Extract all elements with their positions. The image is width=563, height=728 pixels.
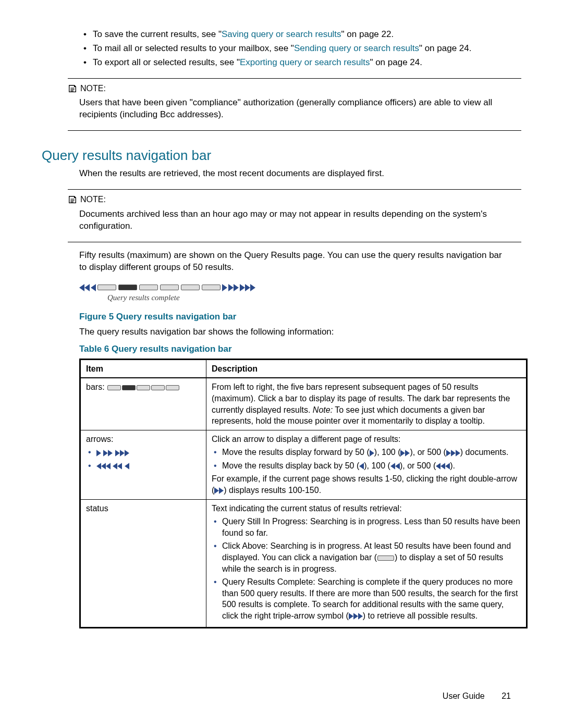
- nav-page-bar: [202, 285, 221, 290]
- arrow-back-100-icon: [79, 284, 90, 291]
- text: ) to retrieve all possible results.: [363, 611, 478, 620]
- nav-page-bar: [181, 285, 200, 290]
- nav-page-bar: [160, 285, 179, 290]
- nav-page-bar: [166, 385, 179, 390]
- arrow-fwd-100-icon: [103, 450, 113, 456]
- list-item: Query Still In Progress: Searching is in…: [222, 516, 521, 538]
- text: ), or 500 (: [410, 448, 446, 456]
- arrow-fwd-50-icon: [96, 450, 101, 456]
- rule: [68, 130, 521, 131]
- arrow-set-forward: [96, 447, 201, 458]
- text: ), 100 (: [364, 461, 390, 470]
- arrow-back-50-icon: [91, 284, 96, 291]
- nav-page-bar: [137, 385, 150, 390]
- figure-followup: The query results navigation bar shows t…: [79, 326, 521, 338]
- text: To mail all or selected results to your …: [93, 43, 294, 53]
- arrow-fwd-500-icon: [349, 613, 363, 620]
- page-number: 21: [501, 692, 511, 700]
- rule: [68, 78, 521, 79]
- list-item: Click Above: Searching is in progress. A…: [222, 540, 521, 574]
- nav-page-bar: [139, 285, 158, 290]
- note-icon: [68, 84, 77, 93]
- page-footer: User Guide 21: [443, 690, 511, 702]
- note-label: NOTE:: [68, 194, 521, 205]
- nav-page-bar: [377, 556, 394, 561]
- arrow-back-50-icon: [359, 463, 364, 470]
- text: " on page 24.: [370, 57, 422, 67]
- note-body: Users that have been given "compliance" …: [79, 97, 511, 121]
- cell-item-bars: bars:: [80, 378, 206, 430]
- bullet-item: To export all or selected results, see "…: [93, 57, 521, 69]
- table-row: bars: From left to right, the five bars …: [80, 378, 527, 430]
- rule: [68, 242, 521, 242]
- arrow-fwd-50-icon: [370, 450, 374, 456]
- link-exporting-results[interactable]: Exporting query or search results: [240, 57, 370, 67]
- bullet-item: To save the current results, see "Saving…: [93, 29, 521, 41]
- arrow-fwd-100-icon: [228, 284, 239, 291]
- text: To export all or selected results, see ": [93, 57, 240, 67]
- label: arrows:: [86, 434, 201, 445]
- section-heading: Query results navigation bar: [42, 146, 521, 165]
- text: " on page 24.: [419, 43, 472, 53]
- nav-page-bar: [151, 385, 165, 390]
- note-body: Documents archived less than an hour ago…: [79, 208, 511, 232]
- nav-bar-row: [79, 284, 521, 291]
- th-item: Item: [80, 359, 206, 378]
- arrow-back-500-icon: [436, 463, 450, 470]
- arrow-fwd-100-icon: [400, 450, 410, 456]
- list-item: Move the results display forward by 50 (…: [222, 447, 521, 458]
- nav-bar-table: Item Description bars: From left to righ…: [79, 359, 528, 628]
- arrow-back-100-icon: [390, 463, 400, 470]
- text: ), or 500 (: [400, 461, 436, 470]
- table-caption: Table 6 Query results navigation bar: [79, 343, 521, 355]
- list-item: Query Results Complete: Searching is com…: [222, 576, 521, 621]
- label: bars:: [86, 382, 105, 391]
- text: Move the results display forward by 50 (: [222, 448, 370, 456]
- example-text: For example, if the current page shows r…: [212, 473, 521, 496]
- text: ) documents.: [460, 448, 508, 456]
- th-description: Description: [206, 359, 527, 378]
- nav-page-bar-current: [118, 285, 137, 290]
- bullet-item: To mail all or selected results to your …: [93, 43, 521, 55]
- text: ) displays results 100-150.: [224, 486, 321, 495]
- link-sending-results[interactable]: Sending query or search results: [294, 43, 419, 53]
- text: Move the results display back by 50 (: [222, 461, 359, 470]
- note-inline: Note:: [313, 405, 333, 414]
- arrow-set-back: [96, 460, 201, 472]
- table-row: status Text indicating the current statu…: [80, 499, 527, 627]
- arrow-back-50-icon: [125, 463, 129, 470]
- nav-page-bar-current: [122, 385, 136, 390]
- text: ).: [450, 461, 455, 470]
- text: " on page 22.: [341, 29, 394, 39]
- nav-status-text: Query results complete: [107, 292, 521, 303]
- text: ), 100 (: [374, 448, 401, 456]
- note-text-label: NOTE:: [80, 83, 106, 94]
- note-label: NOTE:: [68, 83, 521, 94]
- list-item: Move the results display back by 50 (), …: [222, 460, 521, 472]
- arrow-fwd-50-icon: [222, 284, 227, 291]
- text: Text indicating the current status of re…: [212, 503, 521, 514]
- arrow-back-100-icon: [113, 463, 122, 470]
- rule: [68, 189, 521, 190]
- page: To save the current results, see "Saving…: [0, 0, 563, 728]
- arrow-fwd-500-icon: [446, 450, 460, 456]
- table-header-row: Item Description: [80, 359, 527, 378]
- table-row: arrows: Click an arrow to display a di: [80, 430, 527, 499]
- cell-desc-status: Text indicating the current status of re…: [206, 499, 527, 627]
- arrow-fwd-500-icon: [240, 284, 255, 291]
- link-saving-results[interactable]: Saving query or search results: [222, 29, 341, 39]
- arrow-fwd-500-icon: [115, 450, 129, 456]
- figure-caption: Figure 5 Query results navigation bar: [79, 311, 521, 323]
- cell-desc-arrows: Click an arrow to display a different pa…: [206, 430, 527, 499]
- nav-page-bar: [107, 385, 121, 390]
- footer-label: User Guide: [443, 692, 485, 700]
- paragraph: Fifty results (maximum) are shown on the…: [79, 250, 511, 274]
- cell-desc-bars: From left to right, the five bars repres…: [206, 378, 527, 430]
- nav-page-bar: [97, 285, 116, 290]
- cell-item-status: status: [80, 499, 206, 627]
- cell-item-arrows: arrows:: [80, 430, 206, 499]
- note-text-label: NOTE:: [80, 194, 106, 205]
- section-intro: When the results are retrieved, the most…: [79, 168, 521, 180]
- nav-bar-figure: Query results complete: [79, 284, 521, 303]
- text: Click an arrow to display a different pa…: [212, 434, 521, 445]
